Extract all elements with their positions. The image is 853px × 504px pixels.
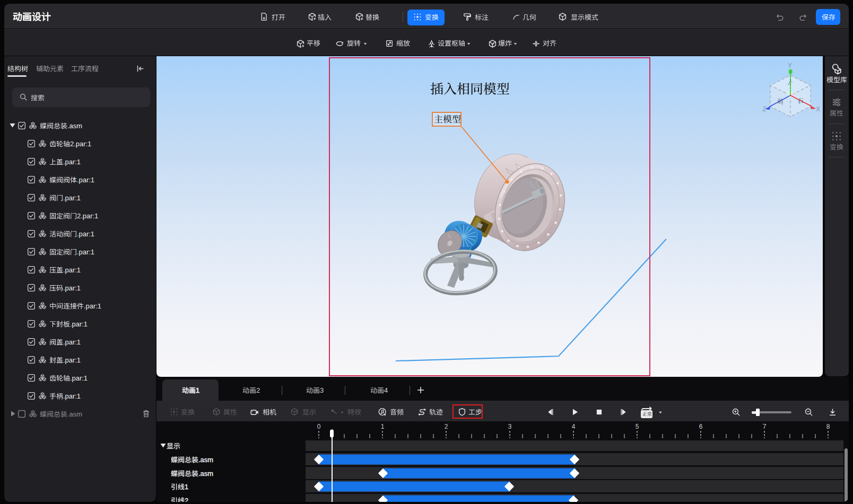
svg-text:.par:1: .par:1 bbox=[77, 248, 94, 256]
svg-text:X: X bbox=[816, 106, 820, 113]
svg-text:.par:1: .par:1 bbox=[63, 356, 81, 364]
svg-text:.par:1: .par:1 bbox=[77, 176, 94, 184]
svg-text:1: 1 bbox=[185, 483, 188, 491]
svg-text:.par:1: .par:1 bbox=[63, 392, 81, 400]
svg-text:.par:1: .par:1 bbox=[63, 338, 81, 346]
svg-text:.asm: .asm bbox=[198, 456, 213, 464]
svg-text:.asm: .asm bbox=[198, 470, 213, 478]
svg-text:2.par:1: 2.par:1 bbox=[70, 140, 91, 148]
svg-text:Y: Y bbox=[788, 63, 792, 70]
svg-text:.par:1: .par:1 bbox=[63, 158, 81, 166]
svg-text:.par:1: .par:1 bbox=[84, 302, 101, 310]
svg-text:.asm: .asm bbox=[67, 122, 82, 130]
svg-text:.asm: .asm bbox=[67, 410, 82, 418]
svg-text:2.par:1: 2.par:1 bbox=[77, 212, 98, 220]
svg-text:.par:1: .par:1 bbox=[63, 266, 81, 274]
svg-text:2: 2 bbox=[185, 497, 188, 502]
svg-text:.par:1: .par:1 bbox=[63, 194, 81, 202]
svg-text:.par:1: .par:1 bbox=[63, 284, 81, 292]
svg-text:Z: Z bbox=[762, 106, 766, 113]
svg-text:.par:1: .par:1 bbox=[70, 374, 88, 382]
svg-text:.par:1: .par:1 bbox=[77, 230, 94, 238]
svg-text:.par:1: .par:1 bbox=[70, 320, 88, 328]
